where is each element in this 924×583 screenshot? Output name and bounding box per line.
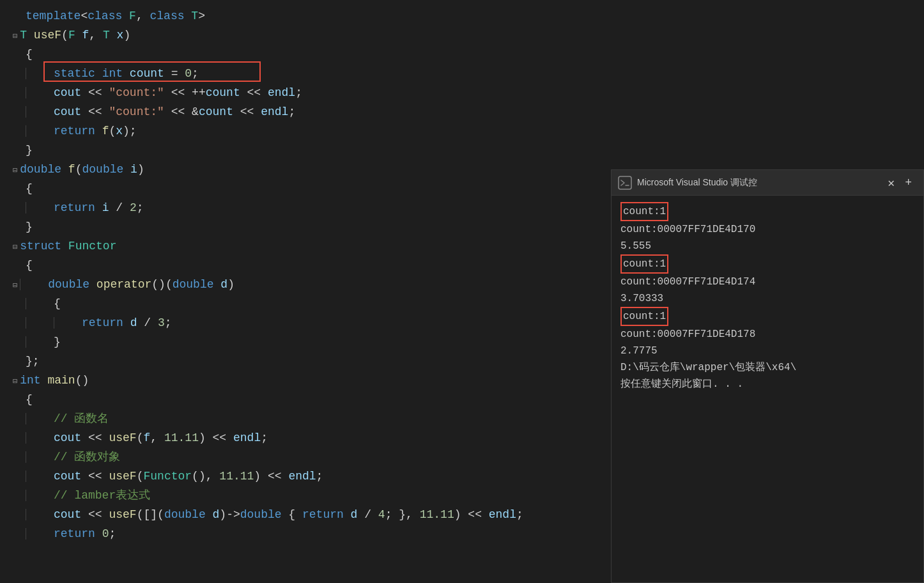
indent-bar (26, 298, 26, 309)
code-line: return 0; (0, 524, 613, 543)
line-content: } (26, 217, 33, 237)
line-content: { (26, 256, 33, 275)
indent-bars (26, 313, 82, 332)
code-line: } (0, 217, 613, 237)
indent-bar (20, 279, 20, 290)
code-line: static int count = 0; (0, 64, 613, 83)
code-line: { (0, 179, 613, 198)
code-line: ⊟double operator()(double d) (0, 275, 613, 294)
code-line: { (0, 256, 613, 275)
collapse-icon[interactable]: ⊟ (13, 27, 17, 46)
indent-bar (26, 336, 26, 348)
indent-bars (26, 486, 54, 505)
code-line: cout << useF(Functor(), 11.11) << endl; (0, 467, 613, 486)
code-line: }; (0, 352, 613, 371)
line-content: cout << useF(Functor(), 11.11) << endl; (54, 467, 323, 486)
terminal-highlight-box: count:1 (620, 307, 668, 326)
line-content: // 函数名 (54, 409, 109, 428)
indent-bars (26, 505, 54, 524)
terminal-line: count:00007FF71DE4D178 (620, 326, 914, 343)
indent-bar (26, 317, 26, 329)
indent-bars (26, 524, 54, 543)
code-line: ⊟double f(double i) (0, 160, 613, 179)
indent-bar (26, 413, 26, 424)
line-content: // 函数对象 (54, 447, 120, 467)
code-line: { (0, 390, 613, 409)
terminal-highlight-box: count:1 (620, 254, 668, 274)
indent-bar (26, 470, 26, 482)
terminal-line: 2.7775 (620, 343, 914, 359)
line-content: return f(x); (54, 121, 137, 141)
line-content: return i / 2; (54, 198, 144, 217)
line-content: { (26, 45, 33, 64)
indent-bar (26, 87, 26, 98)
terminal-add-button[interactable]: + (900, 176, 917, 189)
svg-rect-0 (619, 176, 631, 189)
indent-bars (26, 409, 54, 428)
line-content: cout << useF([](double d)->double { retu… (54, 505, 523, 524)
terminal-close-button[interactable]: ✕ (882, 176, 900, 190)
code-line: } (0, 141, 613, 160)
line-content: int main() (20, 371, 89, 390)
code-line: } (0, 332, 613, 352)
collapse-icon[interactable]: ⊟ (13, 161, 17, 180)
code-line: cout << useF(f, 11.11) << endl; (0, 428, 613, 447)
indent-bars (26, 467, 54, 486)
indent-bars (20, 275, 48, 294)
line-content: T useF(F f, T x) (20, 26, 130, 45)
terminal-line: count:00007FF71DE4D174 (620, 274, 914, 290)
code-editor: template<class F, class T>⊟T useF(F f, T… (0, 0, 613, 583)
terminal-title: Microsoft Visual Studio 调试控 (637, 177, 882, 189)
code-line: { (0, 45, 613, 64)
line-content: return d / 3; (82, 313, 172, 332)
code-line: return i / 2; (0, 198, 613, 217)
indent-bar (26, 106, 26, 118)
indent-bars (26, 64, 54, 83)
terminal-line: count:1 (620, 307, 914, 326)
line-content: { (26, 390, 33, 409)
line-content: cout << "count:" << ++count << endl; (54, 83, 302, 102)
indent-bars (26, 121, 54, 141)
code-line: return d / 3; (0, 313, 613, 332)
code-line: // 函数名 (0, 409, 613, 428)
code-line: cout << "count:" << ++count << endl; (0, 83, 613, 102)
line-content: cout << "count:" << &count << endl; (54, 102, 295, 121)
line-content: } (54, 332, 61, 352)
line-content: template<class F, class T> (26, 6, 205, 26)
terminal-line: count:1 (620, 254, 914, 274)
line-content: } (26, 141, 33, 160)
collapse-icon[interactable]: ⊟ (13, 238, 17, 257)
terminal-line: D:\码云仓库\wrapper\包装器\x64\ (620, 359, 914, 376)
line-content: // lamber表达式 (54, 486, 150, 505)
indent-bars (26, 102, 54, 121)
line-content: }; (26, 352, 40, 371)
terminal-line: 按任意键关闭此窗口. . . (620, 376, 914, 393)
code-line: ⊟T useF(F f, T x) (0, 26, 613, 45)
code-line: cout << useF([](double d)->double { retu… (0, 505, 613, 524)
line-content: { (54, 294, 61, 313)
code-line: { (0, 294, 613, 313)
code-line: cout << "count:" << &count << endl; (0, 102, 613, 121)
code-line: // lamber表达式 (0, 486, 613, 505)
indent-bars (26, 332, 54, 352)
indent-bar (26, 202, 26, 214)
indent-bar (26, 490, 26, 501)
terminal-body: count:1count:00007FF71DE4D1705.555count:… (612, 196, 923, 399)
indent-bar (54, 317, 54, 329)
line-content: double f(double i) (20, 160, 144, 179)
indent-bars (26, 294, 54, 313)
indent-bars (26, 83, 54, 102)
terminal-icon (618, 176, 632, 190)
collapse-icon[interactable]: ⊟ (13, 372, 17, 391)
indent-bar (26, 528, 26, 540)
terminal-panel: Microsoft Visual Studio 调试控 ✕ + count:1c… (611, 169, 924, 583)
code-line: return f(x); (0, 121, 613, 141)
indent-bar (26, 432, 26, 444)
line-content: cout << useF(f, 11.11) << endl; (54, 428, 268, 447)
line-content: return 0; (54, 524, 116, 543)
indent-bars (26, 428, 54, 447)
line-content: double operator()(double d) (48, 275, 235, 294)
code-line: // 函数对象 (0, 447, 613, 467)
collapse-icon[interactable]: ⊟ (13, 276, 17, 295)
code-line: ⊟struct Functor (0, 237, 613, 256)
